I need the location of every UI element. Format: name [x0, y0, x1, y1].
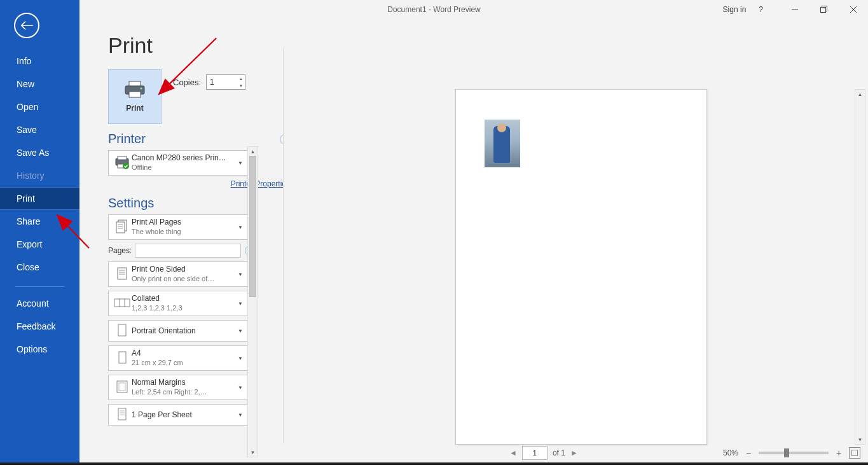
backstage-main: Print Print Copies: ▲▼ Printer: [79, 19, 868, 462]
sidebar-item-feedback[interactable]: Feedback: [0, 315, 79, 338]
taskbar-strip: [0, 462, 868, 465]
restore-button[interactable]: [809, 0, 839, 19]
close-button[interactable]: [839, 0, 868, 19]
dropdown-arrow-icon: ▼: [236, 356, 245, 361]
back-arrow-icon: [20, 20, 33, 31]
sidebar-item-close[interactable]: Close: [0, 256, 79, 279]
printer-status-icon: [113, 156, 132, 170]
printer-properties-link[interactable]: Printer Properties: [231, 179, 290, 188]
sidebar-item-history: History: [0, 164, 79, 187]
sidebar-separator: [15, 286, 64, 287]
page-count-label: of 1: [553, 448, 565, 457]
svg-point-8: [141, 88, 142, 90]
sidebar-item-info[interactable]: Info: [0, 50, 79, 73]
sidebar-item-print[interactable]: Print: [0, 187, 79, 210]
sidebar-item-account[interactable]: Account: [0, 292, 79, 315]
svg-rect-24: [125, 299, 130, 307]
scroll-thumb[interactable]: [249, 156, 256, 297]
preview-footer: ◄ of 1 ► 50% − +: [284, 443, 868, 462]
dropdown-arrow-icon: ▼: [236, 301, 245, 307]
scroll-down-icon[interactable]: ▼: [855, 435, 865, 444]
document-title: Document1 - Word Preview: [387, 5, 481, 14]
sign-in-link[interactable]: Sign in: [723, 5, 747, 14]
sidebar-item-saveas[interactable]: Save As: [0, 141, 79, 164]
current-page-input[interactable]: [522, 446, 548, 460]
sidebar-item-export[interactable]: Export: [0, 233, 79, 256]
sided-sub: Only print on one side of…: [132, 274, 236, 284]
copies-group: Copies: ▲▼: [173, 74, 245, 90]
sidebar-item-share[interactable]: Share: [0, 210, 79, 233]
sidebar-item-open[interactable]: Open: [0, 95, 79, 118]
pages-input[interactable]: [135, 244, 241, 258]
preview-content-image: [485, 120, 520, 167]
svg-rect-29: [118, 408, 126, 420]
copies-spinner[interactable]: ▲▼: [206, 74, 245, 90]
zoom-controls: 50% − +: [723, 447, 860, 459]
minimize-button[interactable]: [780, 0, 809, 19]
account-area: Sign in ?: [723, 0, 763, 19]
sidebar-item-options[interactable]: Options: [0, 338, 79, 361]
title-bar: Document1 - Word Preview Sign in ?: [0, 0, 868, 19]
paper-size-dropdown[interactable]: A421 cm x 29,7 cm ▼: [108, 345, 249, 371]
paper-sub: 21 cm x 29,7 cm: [132, 358, 236, 368]
settings-scrollbar[interactable]: ▲ ▼: [247, 146, 258, 457]
sidebar-item-new[interactable]: New: [0, 73, 79, 95]
print-button[interactable]: Print: [108, 69, 162, 124]
zoom-out-button[interactable]: −: [743, 448, 754, 458]
collated-icon: [113, 296, 132, 310]
back-button[interactable]: [14, 13, 39, 38]
printer-section-title: Printer: [108, 132, 146, 146]
prev-page-button[interactable]: ◄: [509, 448, 517, 457]
sided-dropdown[interactable]: Print One SidedOnly print on one side of…: [108, 261, 249, 287]
copies-up[interactable]: ▲: [237, 75, 245, 82]
print-range-dropdown[interactable]: Print All PagesThe whole thing ▼: [108, 214, 249, 240]
pages-label: Pages:: [108, 246, 131, 255]
print-button-label: Print: [126, 104, 143, 113]
backstage-sidebar: Info New Open Save Save As History Print…: [0, 0, 79, 462]
margins-sub: Left: 2,54 cm Right: 2,…: [132, 387, 236, 397]
dropdown-arrow-icon: ▼: [236, 160, 245, 166]
per-sheet-label: 1 Page Per Sheet: [132, 410, 236, 420]
zoom-in-button[interactable]: +: [834, 448, 844, 458]
orientation-label: Portrait Orientation: [132, 326, 236, 336]
preview-scrollbar[interactable]: ▲ ▼: [855, 89, 865, 445]
portrait-icon: [113, 323, 132, 338]
svg-rect-14: [116, 222, 125, 233]
dropdown-arrow-icon: ▼: [236, 272, 245, 277]
pages-per-sheet-dropdown[interactable]: 1 Page Per Sheet ▼: [108, 404, 249, 426]
settings-section-title: Settings: [108, 196, 154, 211]
preview-page: [455, 89, 707, 445]
collate-dropdown[interactable]: Collated1,2,3 1,2,3 1,2,3 ▼: [108, 291, 249, 316]
help-button[interactable]: ?: [759, 5, 763, 14]
sided-label: Print One Sided: [132, 265, 236, 274]
window-controls: [780, 0, 868, 19]
orientation-dropdown[interactable]: Portrait Orientation ▼: [108, 320, 249, 342]
printer-dropdown[interactable]: Canon MP280 series Prin… Offline ▼: [108, 150, 249, 176]
zoom-slider-handle[interactable]: [784, 448, 789, 457]
zoom-percent[interactable]: 50%: [723, 448, 738, 457]
page-title: Print: [108, 33, 293, 58]
collate-label: Collated: [132, 294, 236, 303]
zoom-to-page-button[interactable]: [849, 447, 860, 459]
copies-label: Copies:: [173, 78, 201, 87]
copies-down[interactable]: ▼: [237, 82, 245, 89]
printer-name: Canon MP280 series Prin…: [132, 153, 236, 163]
printer-icon: [124, 81, 146, 99]
copies-input[interactable]: [207, 76, 241, 88]
page-navigator: ◄ of 1 ►: [509, 446, 578, 460]
margins-dropdown[interactable]: Normal MarginsLeft: 2,54 cm Right: 2,… ▼: [108, 375, 249, 400]
next-page-button[interactable]: ►: [570, 448, 578, 457]
pages-stack-icon: [113, 219, 132, 235]
dropdown-arrow-icon: ▼: [236, 412, 245, 418]
print-settings-column: Print Print Copies: ▲▼ Printer: [79, 19, 302, 462]
margins-icon: [113, 380, 132, 395]
sidebar-item-save[interactable]: Save: [0, 118, 79, 141]
scroll-down-icon[interactable]: ▼: [248, 448, 258, 457]
scroll-up-icon[interactable]: ▲: [248, 147, 258, 156]
scroll-up-icon[interactable]: ▲: [855, 90, 865, 99]
margins-label: Normal Margins: [132, 378, 236, 387]
paper-icon: [113, 350, 132, 366]
dropdown-arrow-icon: ▼: [236, 225, 245, 230]
zoom-slider[interactable]: [759, 452, 829, 454]
dropdown-arrow-icon: ▼: [236, 385, 245, 391]
